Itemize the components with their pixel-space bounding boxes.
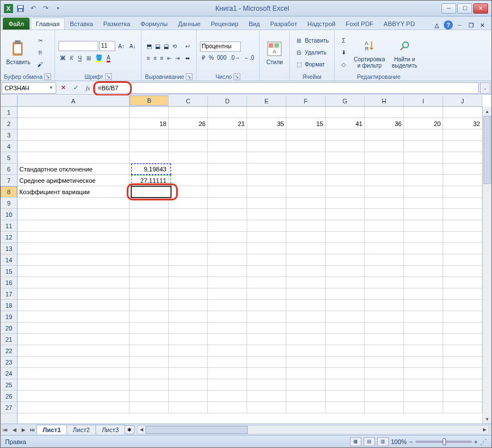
row-header-16[interactable]: 16 [1,277,17,288]
layout-tab[interactable]: Разметка [98,18,136,30]
cell-B21[interactable] [130,334,169,345]
cell-J17[interactable] [443,288,482,300]
cell-H23[interactable] [365,357,404,368]
cell-H11[interactable] [365,220,404,232]
cell-D26[interactable] [208,391,247,402]
cell-B9[interactable] [130,198,169,209]
formulas-tab[interactable]: Формулы [135,18,173,30]
cell-H20[interactable] [365,323,404,334]
cell-B15[interactable] [130,266,169,277]
zoom-knob[interactable] [443,438,446,445]
cell-E14[interactable] [247,254,286,266]
cell-B10[interactable] [130,209,169,220]
cell-G1[interactable] [326,107,365,118]
cell-B23[interactable] [130,357,169,368]
cell-D1[interactable] [208,107,247,118]
cell-H25[interactable] [365,379,404,391]
cell-H14[interactable] [365,254,404,266]
cell-H19[interactable] [365,311,404,323]
scroll-up-button[interactable]: ▲ [483,107,491,116]
indent-dec-button[interactable]: ⇤ [165,53,173,64]
cell-C24[interactable] [169,368,208,379]
cell-C3[interactable] [169,129,208,141]
orientation-button[interactable]: ⟲ [170,41,178,52]
cell-H3[interactable] [365,129,404,141]
cell-E1[interactable] [247,107,286,118]
cut-button[interactable]: ✂ [35,35,46,46]
scroll-down-button[interactable]: ▼ [483,414,491,424]
sheet-tab-2[interactable]: Лист2 [66,425,96,434]
cell-J26[interactable] [443,391,482,402]
cell-B13[interactable] [130,243,169,254]
minimize-button[interactable]: ─ [441,3,456,14]
cell-G17[interactable] [326,288,365,300]
cell-C25[interactable] [169,379,208,391]
cell-I27[interactable] [404,402,443,413]
cell-G13[interactable] [326,243,365,254]
italic-button[interactable]: К [68,53,75,64]
cell-D8[interactable] [208,186,247,198]
cell-I15[interactable] [404,266,443,277]
scroll-left-button[interactable]: ◀ [137,426,145,434]
cell-C18[interactable] [169,300,208,311]
cell-B16[interactable] [130,277,169,288]
cell-I22[interactable] [404,345,443,357]
number-format-select[interactable] [200,41,241,52]
fx-button[interactable]: fx [82,82,94,94]
cell-G15[interactable] [326,266,365,277]
hscroll-thumb[interactable] [145,426,248,434]
cell-H12[interactable] [365,232,404,243]
cell-I12[interactable] [404,232,443,243]
currency-button[interactable]: ₽ [200,52,207,64]
cell-E13[interactable] [247,243,286,254]
cell-B27[interactable] [130,402,169,413]
cell-A23[interactable] [18,357,130,368]
row-header-8[interactable]: 8 [1,186,17,198]
cell-A4[interactable] [18,141,130,152]
cell-F17[interactable] [286,288,326,300]
cell-A1[interactable] [18,107,130,118]
normal-view-button[interactable]: ▦ [350,437,361,446]
cell-I23[interactable] [404,357,443,368]
cell-I20[interactable] [404,323,443,334]
cell-I6[interactable] [404,164,443,175]
cell-B8[interactable]: =B6/B7 [130,186,169,198]
zoom-level[interactable]: 100% [391,438,407,445]
cell-F13[interactable] [286,243,326,254]
cell-E3[interactable] [247,129,286,141]
col-header-I[interactable]: I [404,95,443,106]
cell-D18[interactable] [208,300,247,311]
cell-J13[interactable] [443,243,482,254]
align-center-button[interactable]: ≡ [152,53,159,64]
cell-D4[interactable] [208,141,247,152]
cell-E7[interactable] [247,175,286,186]
cell-B26[interactable] [130,391,169,402]
cell-D12[interactable] [208,232,247,243]
cell-C27[interactable] [169,402,208,413]
cell-E16[interactable] [247,277,286,288]
cell-A15[interactable] [18,266,130,277]
cell-B6[interactable]: 9,19843 [130,164,169,175]
cell-I24[interactable] [404,368,443,379]
cell-J20[interactable] [443,323,482,334]
cell-F2[interactable]: 15 [286,118,326,129]
cell-J12[interactable] [443,232,482,243]
cell-H2[interactable]: 36 [365,118,404,129]
cell-G18[interactable] [326,300,365,311]
cell-B17[interactable] [130,288,169,300]
find-select-button[interactable]: Найти и выделить [390,36,420,70]
cell-F10[interactable] [286,209,326,220]
horizontal-scrollbar[interactable]: ◀ ▶ [137,425,489,434]
cell-A7[interactable]: Среднее арифметическое [18,175,130,186]
cell-C16[interactable] [169,277,208,288]
cell-G21[interactable] [326,334,365,345]
cell-D21[interactable] [208,334,247,345]
row-header-17[interactable]: 17 [1,288,17,300]
cell-I10[interactable] [404,209,443,220]
page-break-view-button[interactable]: ▥ [377,437,389,446]
insert-tab[interactable]: Вставка [65,18,98,30]
namebox-dropdown-icon[interactable]: ▼ [49,85,53,90]
cell-C19[interactable] [169,311,208,323]
cell-D24[interactable] [208,368,247,379]
merge-button[interactable]: ⬌ [184,53,191,64]
